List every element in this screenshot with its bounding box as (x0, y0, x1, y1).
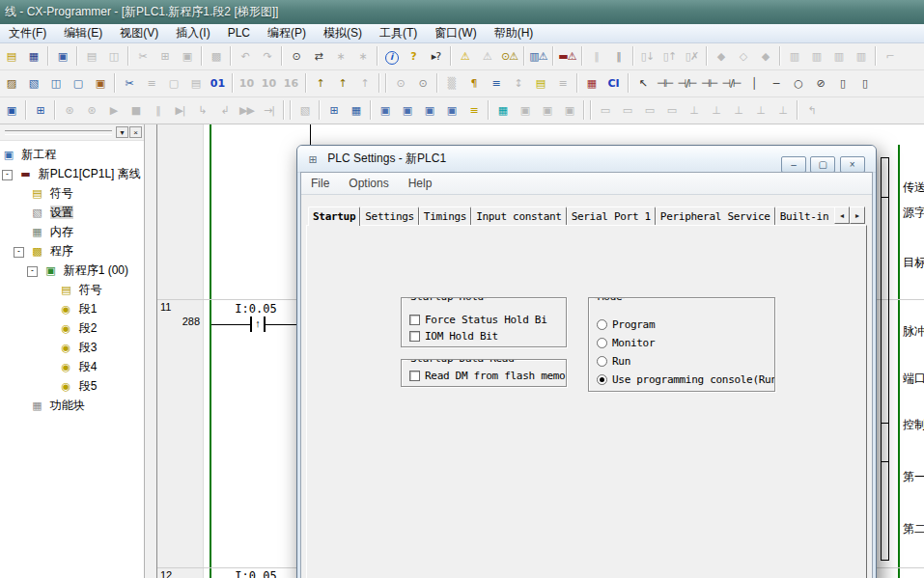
checkbox[interactable] (409, 371, 420, 381)
step-in-button[interactable]: ↳ (192, 99, 212, 120)
tree-item-function-blocks[interactable]: ▦ 功能块 (0, 396, 144, 415)
restore-button[interactable]: ▢ (810, 156, 835, 173)
copy-button[interactable]: ⊞ (154, 45, 175, 66)
open-button[interactable]: ▤ (1, 45, 21, 66)
tree-item-program-symbols[interactable]: ▤ 符号 (0, 280, 144, 299)
iom-hold-bit-checkbox[interactable]: IOM Hold Bit (409, 330, 566, 346)
compare-with-plc-button[interactable]: ▯✗ (682, 45, 702, 66)
watch-window-button[interactable]: ⊞ (323, 99, 344, 120)
online-compile-button[interactable]: ⚠ (477, 45, 497, 66)
tree-item-memory[interactable]: ▦ 内存 (0, 222, 144, 241)
tree-item-programs[interactable]: - ▩ 程序 (0, 241, 144, 261)
menu-item[interactable]: 视图(V) (111, 24, 167, 42)
menu-item[interactable]: 插入(I) (167, 24, 218, 42)
split-window-button[interactable]: ✂ (119, 72, 139, 93)
rail-2-button[interactable]: ⊥ (706, 99, 726, 120)
rung-wrap-button[interactable]: ▤ (530, 72, 550, 93)
paste-button[interactable]: ▣ (177, 45, 197, 66)
keypad-2-button[interactable]: ▭ (617, 99, 637, 120)
list-button[interactable]: ▤ (185, 72, 206, 93)
tree-item-section5[interactable]: ◉ 段5 (0, 376, 144, 396)
monitor-data-2-button[interactable]: ▣ (397, 99, 417, 120)
tab-timings[interactable]: Timings (419, 206, 471, 226)
retrace-button[interactable]: ∗ (330, 45, 350, 66)
rack-3-button[interactable]: ▥ (828, 45, 849, 66)
coil-closed-button[interactable]: ⊘ (810, 72, 830, 93)
contact-operand[interactable]: I:0.05 (225, 302, 287, 316)
or-contact-closed-button[interactable]: ⊣/⊢ (721, 72, 742, 93)
contact-operand[interactable]: I:0.05 (225, 569, 287, 578)
menu-item[interactable]: 工具(T) (371, 24, 426, 42)
save-button[interactable]: ▦ (23, 45, 43, 66)
info-button[interactable]: i (381, 45, 402, 66)
set-value-button[interactable]: ▧ (294, 99, 315, 120)
keypad-3-button[interactable]: ▭ (639, 99, 659, 120)
read-dm-flash-checkbox[interactable]: Read DM from flash memor (409, 370, 566, 386)
rail-5-button[interactable]: ⊥ (772, 99, 793, 120)
tab-scroll-right-icon[interactable]: ▸ (850, 206, 865, 224)
pause-mode-button[interactable]: ‖ (148, 99, 168, 120)
force-off-button[interactable]: ⊛ (81, 99, 101, 120)
mnemonics-button[interactable]: ▦ (581, 72, 602, 93)
run-button[interactable]: ▶ (103, 99, 124, 120)
transfer-to-plc-button[interactable]: ▯↓ (637, 45, 658, 66)
rung-comment-button[interactable]: ≡ (486, 72, 506, 93)
contact-closed-button[interactable]: ⊣/⊢ (677, 72, 697, 93)
pause-monitor-button[interactable]: ‖ (586, 45, 606, 66)
redo-button[interactable]: ↷ (257, 45, 277, 66)
step-up-button[interactable]: ↑ (310, 72, 330, 93)
mode-run-radio[interactable]: Run (597, 352, 774, 371)
tab-input-constant[interactable]: Input constant (471, 206, 567, 226)
monitor-data-1-button[interactable]: ▣ (375, 99, 395, 120)
paste-program-button[interactable]: ▩ (206, 45, 226, 66)
options-button[interactable]: ▨ (1, 72, 21, 93)
radio-button[interactable] (597, 374, 607, 385)
transfer-from-plc-button[interactable]: ▯↑ (659, 45, 680, 66)
find-all-warn-button[interactable]: ⊙⚠ (499, 45, 519, 66)
tree-item-new-project[interactable]: ▣ 新工程 (0, 145, 144, 164)
tree-item-section3[interactable]: ◉ 段3 (0, 338, 144, 357)
instruction-button[interactable]: ▯ (832, 72, 853, 93)
tree-expander-icon[interactable]: - (27, 266, 38, 277)
sync-button[interactable]: ↕ (508, 72, 528, 93)
window-tool-button[interactable]: ▢ (68, 72, 88, 93)
hex-grid-button[interactable]: ▦ (346, 99, 366, 120)
hex-display-button[interactable]: 16 (281, 72, 301, 93)
monitor-data-4-button[interactable]: ▣ (441, 99, 462, 120)
properties-button[interactable]: ▣ (90, 72, 110, 93)
vertical-line-button[interactable]: │ (743, 72, 764, 93)
horizontal-line-button[interactable]: ─ (766, 72, 786, 93)
tab-peripheral-service[interactable]: Peripheral Service (656, 206, 775, 226)
grid-button[interactable]: ▒ (441, 72, 462, 93)
close-button[interactable]: × (840, 156, 865, 173)
dialog-menu-item[interactable]: Options (339, 173, 398, 194)
work-online-button[interactable]: ▥⚠ (528, 45, 548, 66)
force-on-button[interactable]: ⊛ (59, 99, 79, 120)
tree-item-symbols[interactable]: ▤ 符号 (0, 183, 144, 203)
radio-button[interactable] (597, 319, 607, 330)
menu-item[interactable]: 窗口(W) (426, 24, 485, 42)
ruler-button[interactable]: ≡ (141, 72, 161, 93)
io-tree-button[interactable]: ≡ (463, 99, 484, 120)
scan-run-button[interactable]: →| (259, 99, 279, 120)
continuous-run-button[interactable]: ▶▶ (237, 99, 257, 120)
step-trace-button[interactable]: ⌐ (880, 45, 900, 66)
tree-expander-icon[interactable]: - (14, 247, 24, 258)
workspace-collapse-button[interactable]: ▾ (116, 126, 128, 138)
overview-button[interactable]: ▢ (163, 72, 183, 93)
tree-item-settings[interactable]: ▧ 设置 (0, 203, 144, 222)
monitor-1-button[interactable]: ◆ (711, 45, 731, 66)
rail-3-button[interactable]: ⊥ (728, 99, 748, 120)
cut-button[interactable]: ✂ (132, 45, 153, 66)
doc-3-button[interactable]: ▣ (559, 99, 579, 120)
tree-expander-icon[interactable]: - (2, 170, 13, 180)
mode-monitor-radio[interactable]: Monitor (597, 334, 774, 352)
coil-button[interactable]: ○ (788, 72, 808, 93)
replace-button[interactable]: ∗ (352, 45, 373, 66)
diagram-button[interactable]: ▧ (23, 72, 43, 93)
monitor-data-3-button[interactable]: ▣ (419, 99, 439, 120)
print-button[interactable]: ▤ (81, 45, 101, 66)
window-display-button[interactable]: ⊞ (30, 99, 50, 120)
tree-item-plc[interactable]: - ▬ 新PLC1[CP1L] 离线 (0, 164, 144, 183)
find-button[interactable]: ⊙ (286, 45, 306, 66)
